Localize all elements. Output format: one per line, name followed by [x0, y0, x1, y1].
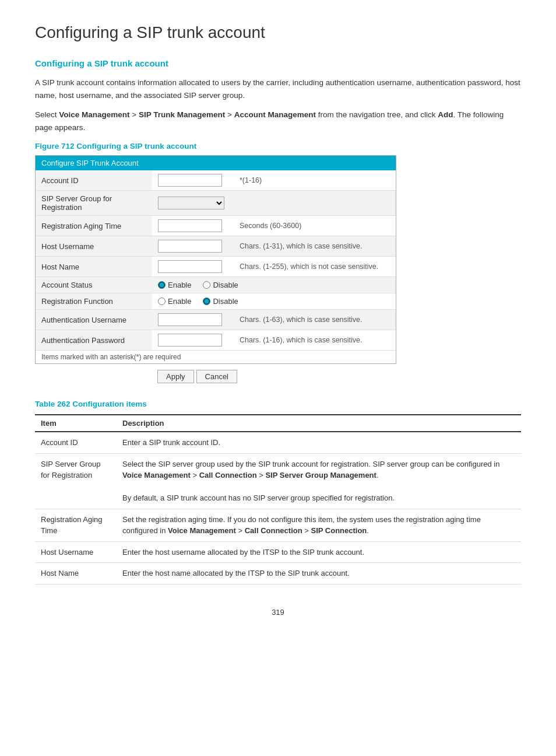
bold-voice-mgmt-2: Voice Management — [168, 526, 236, 535]
hint-reg-aging-time: Seconds (60-3600) — [234, 216, 396, 236]
body-text-1: A SIP trunk account contains information… — [35, 76, 521, 102]
label-account-status: Account Status — [36, 277, 152, 293]
input-col-host-username — [152, 236, 234, 257]
table-item-sip-server-group: SIP Server Group for Registration — [35, 453, 117, 509]
hint-auth-password: Chars. (1-16), which is case sensitive. — [234, 330, 396, 351]
form-container: Configure SIP Trunk Account Account ID *… — [35, 155, 396, 364]
account-status-disable-label[interactable]: Disable — [203, 281, 238, 289]
form-buttons: Apply Cancel — [157, 370, 521, 383]
nav-voice-mgmt: Voice Management — [59, 110, 129, 119]
body-text-2: Select Voice Management > SIP Trunk Mana… — [35, 108, 521, 134]
label-host-name: Host Name — [36, 257, 152, 277]
figure-title: Figure 712 Configuring a SIP trunk accou… — [35, 142, 521, 150]
label-sip-server-group: SIP Server Group for Registration — [36, 191, 152, 216]
input-col-auth-username — [152, 310, 234, 330]
host-name-input[interactable] — [158, 260, 222, 273]
account-id-input[interactable] — [158, 174, 222, 187]
table-row: Host Username Enter the host username al… — [35, 541, 521, 563]
page-title: Configuring a SIP trunk account — [35, 23, 521, 42]
input-col-reg-function: Enable Disable — [152, 293, 396, 310]
form-table: Account ID *(1-16) SIP Server Group for … — [36, 170, 396, 350]
table-row: Host Name Enter the host name allocated … — [35, 563, 521, 584]
reg-function-disable-label[interactable]: Disable — [203, 297, 238, 306]
table-desc-host-name: Enter the host name allocated by the ITS… — [117, 563, 521, 584]
bold-voice-mgmt: Voice Management — [122, 471, 191, 480]
form-row-host-username: Host Username Chars. (1-31), which is ca… — [36, 236, 396, 257]
bold-call-conn-2: Call Connection — [245, 526, 302, 535]
form-header: Configure SIP Trunk Account — [36, 156, 396, 170]
bold-call-conn: Call Connection — [199, 471, 257, 480]
table-desc-sip-server-group: Select the SIP server group used by the … — [117, 453, 521, 509]
input-col-auth-password — [152, 330, 234, 351]
hint-host-username: Chars. (1-31), which is case sensitive. — [234, 236, 396, 257]
table-row: SIP Server Group for Registration Select… — [35, 453, 521, 509]
label-auth-username: Authentication Username — [36, 310, 152, 330]
page-number: 319 — [35, 608, 521, 617]
table-title: Table 262 Configuration items — [35, 400, 521, 408]
account-status-enable-label[interactable]: Enable — [158, 281, 191, 289]
apply-button[interactable]: Apply — [157, 370, 194, 383]
bold-sip-conn: SIP Connection — [311, 526, 367, 535]
hint-auth-username: Chars. (1-63), which is case sensitive. — [234, 310, 396, 330]
cancel-button[interactable]: Cancel — [196, 370, 237, 383]
table-desc-account-id: Enter a SIP trunk account ID. — [117, 432, 521, 453]
form-row-host-name: Host Name Chars. (1-255), which is not c… — [36, 257, 396, 277]
section-title: Configuring a SIP trunk account — [35, 58, 521, 68]
input-col-host-name — [152, 257, 234, 277]
form-row-reg-function: Registration Function Enable Disable — [36, 293, 396, 310]
reg-aging-time-input[interactable] — [158, 219, 222, 232]
table-desc-reg-aging-time: Set the registration aging time. If you … — [117, 509, 521, 541]
reg-function-enable-label[interactable]: Enable — [158, 297, 191, 306]
nav-add: Add — [438, 110, 453, 119]
table-item-reg-aging-time: Registration Aging Time — [35, 509, 117, 541]
table-item-host-username: Host Username — [35, 541, 117, 563]
table-row: Account ID Enter a SIP trunk account ID. — [35, 432, 521, 453]
form-row-auth-username: Authentication Username Chars. (1-63), w… — [36, 310, 396, 330]
bold-sip-server-group-mgmt: SIP Server Group Management — [265, 471, 376, 480]
asterisk-note: Items marked with an asterisk(*) are req… — [36, 350, 396, 363]
label-reg-function: Registration Function — [36, 293, 152, 310]
table-header-row: Item Description — [35, 415, 521, 432]
account-status-enable-radio[interactable] — [158, 281, 166, 289]
auth-username-input[interactable] — [158, 313, 222, 326]
auth-password-input[interactable] — [158, 334, 222, 346]
col-item: Item — [35, 415, 117, 432]
table-desc-host-username: Enter the host username allocated by the… — [117, 541, 521, 563]
form-row-sip-server-group: SIP Server Group for Registration — [36, 191, 396, 216]
label-auth-password: Authentication Password — [36, 330, 152, 351]
nav-account-mgmt: Account Management — [234, 110, 316, 119]
table-row: Registration Aging Time Set the registra… — [35, 509, 521, 541]
host-username-input[interactable] — [158, 240, 222, 253]
sip-server-group-select[interactable] — [158, 197, 224, 209]
input-col-reg-aging — [152, 216, 234, 236]
label-reg-aging-time: Registration Aging Time — [36, 216, 152, 236]
label-host-username: Host Username — [36, 236, 152, 257]
form-row-reg-aging-time: Registration Aging Time Seconds (60-3600… — [36, 216, 396, 236]
form-row-account-status: Account Status Enable Disable — [36, 277, 396, 293]
config-table: Item Description Account ID Enter a SIP … — [35, 414, 521, 584]
account-status-disable-radio[interactable] — [203, 281, 210, 289]
nav-sip-trunk-mgmt: SIP Trunk Management — [139, 110, 225, 119]
reg-function-enable-radio[interactable] — [158, 298, 166, 305]
input-col-sip-server-group — [152, 191, 234, 216]
form-row-account-id: Account ID *(1-16) — [36, 170, 396, 191]
hint-host-name: Chars. (1-255), which is not case sensit… — [234, 257, 396, 277]
input-col-account-id — [152, 170, 234, 191]
table-item-host-name: Host Name — [35, 563, 117, 584]
reg-function-disable-radio[interactable] — [203, 298, 210, 305]
form-row-auth-password: Authentication Password Chars. (1-16), w… — [36, 330, 396, 351]
input-col-account-status: Enable Disable — [152, 277, 396, 293]
table-item-account-id: Account ID — [35, 432, 117, 453]
hint-sip-server-group — [234, 191, 396, 216]
hint-account-id: *(1-16) — [234, 170, 396, 191]
label-account-id: Account ID — [36, 170, 152, 191]
col-description: Description — [117, 415, 521, 432]
